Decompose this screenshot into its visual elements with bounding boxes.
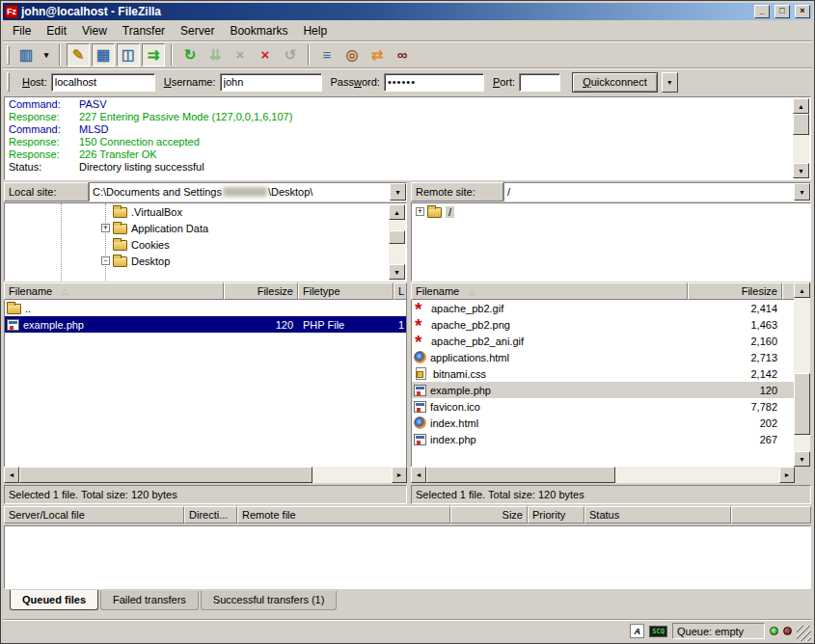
local-tree-scrollbar[interactable]: ▲ ▼ <box>389 204 405 280</box>
file-row[interactable]: bitnami.css 2,142 <box>412 365 794 382</box>
refresh-button[interactable]: ↻ <box>178 43 202 67</box>
menu-transfer[interactable]: Transfer <box>115 22 173 40</box>
scrollbar-thumb[interactable] <box>794 373 810 435</box>
menu-edit[interactable]: Edit <box>39 22 74 40</box>
quickconnect-dropdown[interactable]: ▾ <box>662 72 678 93</box>
file-row[interactable]: apache_pb2.gif 2,414 <box>412 300 794 316</box>
file-row[interactable]: index.html 202 <box>412 415 794 431</box>
column-header-filename[interactable]: Filename△ <box>4 282 224 300</box>
column-header-size[interactable]: Size <box>450 506 528 523</box>
menu-help[interactable]: Help <box>295 22 335 40</box>
file-row[interactable]: apache_pb2.png 1,463 <box>412 316 794 333</box>
tab-successful-transfers[interactable]: Successful transfers (1) <box>201 591 338 610</box>
tab-queued-files[interactable]: Queued files <box>10 590 98 610</box>
toolbar-separator[interactable] <box>308 44 310 66</box>
menu-file[interactable]: File <box>5 22 39 40</box>
remote-path-combo[interactable]: / ▾ <box>503 182 811 201</box>
menu-view[interactable]: View <box>74 22 115 40</box>
local-horizontal-scrollbar[interactable]: ◄ ► <box>4 467 407 483</box>
speed-limit-indicator-icon[interactable]: SCQ <box>649 626 667 637</box>
combo-dropdown-icon[interactable]: ▾ <box>390 183 406 201</box>
reconnect-button[interactable]: ↺ <box>279 43 302 67</box>
cancel-operation-button[interactable]: × <box>229 43 252 67</box>
toolbar-separator[interactable] <box>59 44 61 66</box>
minimize-button[interactable]: _ <box>754 5 770 18</box>
tree-item[interactable]: Cookies <box>5 236 406 253</box>
remote-vertical-scrollbar[interactable]: ▲ ▼ <box>794 282 810 467</box>
compare-button[interactable]: ◎ <box>340 43 364 67</box>
menu-server[interactable]: Server <box>173 22 222 40</box>
scroll-down-icon[interactable]: ▼ <box>793 163 809 178</box>
file-row[interactable]: example.php 120 PHP File 1 <box>5 316 406 333</box>
port-input[interactable] <box>519 73 560 92</box>
tree-item[interactable]: .VirtualBox <box>5 203 406 220</box>
column-header-lastmodified[interactable]: L <box>394 282 407 300</box>
log-scrollbar[interactable]: ▲ ▼ <box>793 98 809 178</box>
scroll-right-icon[interactable]: ► <box>392 467 407 483</box>
expander-icon[interactable]: - <box>101 256 110 265</box>
column-header-status[interactable]: Status <box>584 506 731 523</box>
scroll-down-icon[interactable]: ▼ <box>389 264 405 280</box>
title-bar[interactable]: Fz john@localhost - FileZilla _ □ × <box>3 3 812 20</box>
sync-browsing-button[interactable]: ⇄ <box>366 43 389 67</box>
remote-horizontal-scrollbar[interactable]: ◄ ► <box>411 467 795 483</box>
toggle-message-log-button[interactable]: ✎ <box>67 43 90 67</box>
tree-item[interactable]: - Desktop <box>5 253 406 269</box>
column-header-server-local-file[interactable]: Server/Local file <box>4 506 184 523</box>
column-header-remote-file[interactable]: Remote file <box>237 506 450 523</box>
scroll-up-icon[interactable]: ▲ <box>793 98 809 114</box>
toggle-queue-button[interactable]: ⇉ <box>142 43 165 67</box>
column-header-filename[interactable]: Filename△ <box>411 282 688 300</box>
scroll-down-icon[interactable]: ▼ <box>794 451 810 467</box>
queue-list-area[interactable] <box>4 525 811 589</box>
resize-grip[interactable] <box>797 626 811 641</box>
quickconnect-grip[interactable] <box>7 72 10 92</box>
local-path-combo[interactable]: C:\Documents and Settings\Desktop\ ▾ <box>89 182 407 201</box>
toggle-local-tree-button[interactable]: ▦ <box>92 43 115 67</box>
scrollbar-thumb[interactable] <box>426 467 615 483</box>
host-input[interactable] <box>51 73 155 92</box>
scroll-right-icon[interactable]: ► <box>779 467 795 483</box>
data-type-indicator-icon[interactable]: A <box>630 624 644 638</box>
scrollbar-thumb[interactable] <box>793 114 809 135</box>
tree-item[interactable]: + / <box>412 203 810 220</box>
combo-dropdown-icon[interactable]: ▾ <box>794 183 810 201</box>
menu-bookmarks[interactable]: Bookmarks <box>222 22 295 40</box>
scroll-up-icon[interactable]: ▲ <box>389 204 405 220</box>
toggle-remote-tree-button[interactable]: ◫ <box>117 43 140 67</box>
close-button[interactable]: × <box>795 5 810 18</box>
log-line-text: PASV <box>79 98 107 111</box>
file-row[interactable]: applications.html 2,713 <box>412 349 794 365</box>
site-manager-dropdown[interactable]: ▾ <box>40 43 53 67</box>
file-row[interactable]: .. <box>5 300 406 316</box>
scroll-left-icon[interactable]: ◄ <box>4 467 19 483</box>
expander-icon[interactable]: + <box>416 207 424 216</box>
scrollbar-thumb[interactable] <box>19 467 312 483</box>
tree-item[interactable]: + Application Data <box>5 220 406 236</box>
password-input[interactable] <box>384 73 484 92</box>
column-header-priority[interactable]: Priority <box>528 506 584 523</box>
scroll-up-icon[interactable]: ▲ <box>794 282 810 298</box>
quickconnect-button[interactable]: Quickconnect <box>572 72 658 93</box>
column-header-filesize[interactable]: Filesize <box>688 282 782 300</box>
column-header-filetype[interactable]: Filetype <box>298 282 394 300</box>
username-input[interactable] <box>220 73 322 92</box>
scroll-left-icon[interactable]: ◄ <box>411 467 426 483</box>
process-queue-button[interactable]: ⇊ <box>204 43 227 67</box>
maximize-button[interactable]: □ <box>774 5 790 18</box>
filter-button[interactable]: ≡ <box>315 43 339 67</box>
site-manager-button[interactable]: ▥ <box>14 43 38 67</box>
expander-icon[interactable]: + <box>101 224 110 232</box>
file-row[interactable]: example.php 120 <box>412 382 794 398</box>
find-button[interactable]: ∞ <box>391 43 414 67</box>
column-header-filesize[interactable]: Filesize <box>224 282 298 300</box>
disconnect-button[interactable]: × <box>254 43 277 67</box>
scrollbar-thumb[interactable] <box>389 230 405 244</box>
file-row[interactable]: index.php 267 <box>412 431 794 447</box>
toolbar-grip[interactable] <box>7 45 10 65</box>
file-row[interactable]: apache_pb2_ani.gif 2,160 <box>412 333 794 349</box>
toolbar-separator[interactable] <box>171 44 173 66</box>
column-header-direction[interactable]: Directi... <box>184 506 237 523</box>
file-row[interactable]: favicon.ico 7,782 <box>412 398 794 415</box>
tab-failed-transfers[interactable]: Failed transfers <box>100 591 199 610</box>
